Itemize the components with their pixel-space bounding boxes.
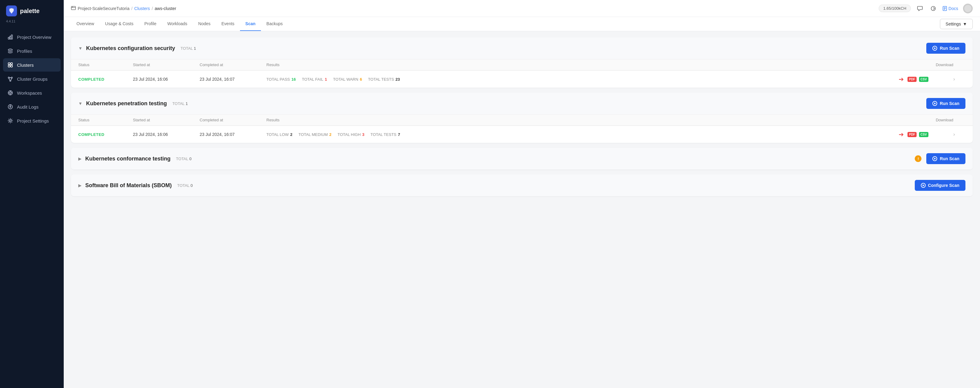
scan-title: Kubernetes configuration security	[86, 45, 175, 52]
breadcrumb-project-icon	[71, 5, 76, 11]
col-status: Status	[78, 62, 133, 67]
configure-scan-label: Configure Scan	[928, 183, 959, 188]
chevron-down-icon: ▼	[963, 22, 967, 26]
cluster-groups-icon	[7, 76, 13, 82]
svg-point-10	[11, 77, 13, 78]
sidebar-item-audit-logs[interactable]: Audit Logs	[3, 100, 61, 113]
col-results: Results	[266, 118, 899, 122]
scan-section-header: ▼ Kubernetes configuration security TOTA…	[71, 37, 973, 59]
sidebar-item-workspaces[interactable]: Workspaces	[3, 86, 61, 100]
scan-section-k8s-conformance: ▶ Kubernetes conformance testing TOTAL 0…	[71, 148, 973, 170]
started-at: 23 Jul 2024, 16:06	[133, 132, 200, 137]
svg-rect-2	[11, 35, 13, 39]
tab-backups[interactable]: Backups	[261, 17, 288, 31]
collapse-icon[interactable]: ▶	[78, 156, 82, 161]
tab-nodes[interactable]: Nodes	[192, 17, 216, 31]
run-scan-button-1[interactable]: Run Scan	[926, 43, 966, 54]
tab-overview[interactable]: Overview	[71, 17, 100, 31]
pdf-download-button[interactable]: PDF	[907, 77, 916, 82]
breadcrumb-clusters[interactable]: Clusters	[134, 6, 150, 11]
status-badge: COMPLETED	[78, 132, 133, 137]
breadcrumb-project: Project-ScaleSecureTutoria	[78, 6, 130, 11]
scan-section-header: ▼ Kubernetes penetration testing TOTAL 1…	[71, 92, 973, 114]
app-name: palette	[20, 8, 40, 14]
tab-events[interactable]: Events	[216, 17, 240, 31]
scan-header-left: ▶ Software Bill of Materials (SBOM) TOTA…	[78, 182, 192, 189]
total-tests: TOTAL TESTS 7	[371, 132, 400, 137]
settings-icon	[7, 118, 13, 124]
sidebar-item-project-overview[interactable]: Project Overview	[3, 30, 61, 44]
audit-icon	[7, 104, 13, 110]
svg-rect-5	[11, 63, 13, 65]
collapse-icon[interactable]: ▼	[78, 101, 83, 106]
tab-usage-costs[interactable]: Usage & Costs	[100, 17, 138, 31]
warning-icon: !	[915, 155, 921, 162]
tabs: Overview Usage & Costs Profile Workloads…	[71, 17, 288, 31]
usage-badge: 1.65/100kCH	[879, 5, 911, 12]
total-fail: TOTAL FAIL 1	[302, 77, 327, 82]
scan-total: TOTAL 0	[176, 157, 191, 161]
sidebar-item-profiles[interactable]: Profiles	[3, 44, 61, 58]
user-avatar	[963, 4, 973, 13]
table-row: COMPLETED 23 Jul 2024, 16:06 23 Jul 2024…	[71, 70, 973, 87]
run-scan-label: Run Scan	[940, 156, 959, 161]
tab-workloads[interactable]: Workloads	[162, 17, 192, 31]
svg-rect-22	[71, 6, 76, 10]
layers-icon	[7, 48, 13, 54]
tab-profile[interactable]: Profile	[139, 17, 162, 31]
col-download: Download	[899, 62, 953, 67]
chat-icon[interactable]	[916, 4, 924, 13]
svg-point-21	[10, 120, 11, 122]
sidebar-item-clusters[interactable]: Clusters	[3, 58, 61, 72]
col-started: Started at	[133, 118, 200, 122]
results-row: TOTAL LOW 2 TOTAL MEDIUM 2 TOTAL HIGH 3	[266, 132, 899, 137]
scan-section-header: ▶ Kubernetes conformance testing TOTAL 0…	[71, 148, 973, 170]
svg-rect-6	[8, 65, 10, 67]
collapse-icon[interactable]: ▶	[78, 183, 82, 188]
pdf-download-button[interactable]: PDF	[907, 132, 916, 137]
refresh-icon[interactable]	[929, 4, 937, 13]
sidebar-item-cluster-groups[interactable]: Cluster Groups	[3, 72, 61, 86]
sidebar-item-project-settings[interactable]: Project Settings	[3, 114, 61, 127]
csv-download-button[interactable]: CSV	[919, 132, 928, 137]
breadcrumb-current: aws-cluster	[155, 6, 176, 11]
svg-rect-7	[11, 65, 13, 67]
row-chevron-icon[interactable]: ›	[953, 132, 966, 137]
total-warn: TOTAL WARN 6	[333, 77, 362, 82]
scan-title: Software Bill of Materials (SBOM)	[85, 182, 172, 189]
svg-point-13	[10, 92, 11, 94]
scan-section-sbom: ▶ Software Bill of Materials (SBOM) TOTA…	[71, 175, 973, 196]
logo-area: palette	[0, 0, 64, 19]
scan-title: Kubernetes conformance testing	[85, 156, 170, 162]
svg-marker-33	[934, 47, 936, 49]
status-badge: COMPLETED	[78, 77, 133, 82]
col-status: Status	[78, 118, 133, 122]
scan-title: Kubernetes penetration testing	[86, 100, 167, 107]
configure-scan-button[interactable]: Configure Scan	[915, 180, 966, 191]
breadcrumb-sep-1: /	[131, 6, 133, 11]
completed-at: 23 Jul 2024, 16:07	[200, 77, 266, 82]
scan-header-left: ▶ Kubernetes conformance testing TOTAL 0	[78, 156, 191, 162]
table-header: Status Started at Completed at Results D…	[71, 114, 973, 126]
tab-scan[interactable]: Scan	[240, 17, 261, 31]
col-download: Download	[899, 118, 953, 122]
total-tests: TOTAL TESTS 23	[368, 77, 400, 82]
table-row: COMPLETED 23 Jul 2024, 16:06 23 Jul 2024…	[71, 126, 973, 143]
topbar-right: 1.65/100kCH Docs	[879, 4, 973, 13]
csv-download-button[interactable]: CSV	[919, 77, 928, 82]
collapse-icon[interactable]: ▼	[78, 46, 83, 51]
run-scan-button-3[interactable]: Run Scan	[926, 153, 966, 164]
table-header: Status Started at Completed at Results D…	[71, 59, 973, 70]
sidebar: palette 4.4.11 Project Overview Pr	[0, 0, 64, 388]
run-scan-button-2[interactable]: Run Scan	[926, 98, 966, 109]
scan-table-1: Status Started at Completed at Results D…	[71, 59, 973, 87]
svg-marker-37	[934, 158, 936, 159]
settings-button[interactable]: Settings ▼	[940, 19, 973, 29]
svg-point-3	[8, 49, 13, 51]
breadcrumb-sep-2: /	[152, 6, 153, 11]
docs-link[interactable]: Docs	[942, 6, 958, 11]
col-completed: Completed at	[200, 118, 266, 122]
scan-table-2: Status Started at Completed at Results D…	[71, 114, 973, 143]
row-chevron-icon[interactable]: ›	[953, 76, 966, 82]
completed-at: 23 Jul 2024, 16:07	[200, 132, 266, 137]
